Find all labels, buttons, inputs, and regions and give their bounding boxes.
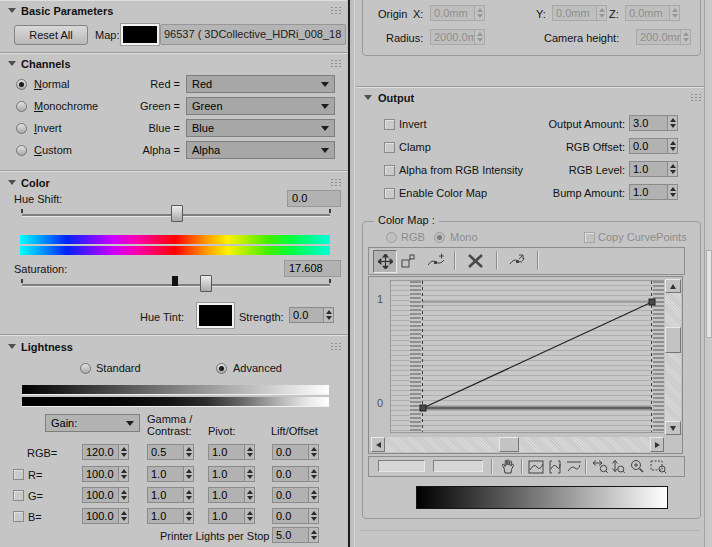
rgb-offset-value[interactable]: 0.0 [629,138,667,154]
g-gain-value[interactable]: 100.0 [82,487,118,503]
b-gamma-value[interactable]: 1.0 [147,508,183,524]
spinner-arrows-icon[interactable] [680,29,691,45]
b-row-checkbox[interactable] [13,511,24,522]
green-map-dropdown[interactable]: Green [186,97,335,115]
rgb-gain-value[interactable]: 120.0 [82,444,118,460]
window-scrollbar[interactable] [704,0,712,547]
radio-monochrome-label[interactable]: Monochrome [34,100,98,113]
add-point-icon[interactable] [424,250,448,271]
radio-custom-label[interactable]: Custom [34,144,72,157]
spinner-arrows-icon[interactable] [118,444,129,460]
panel-divider[interactable] [347,0,356,547]
radio-advanced-label[interactable]: Advanced [233,362,282,375]
pan-hand-icon[interactable] [499,458,517,475]
rollout-collapse-icon[interactable] [8,8,16,13]
spinner-arrows-icon[interactable] [323,307,334,323]
spinner-arrows-icon[interactable] [118,466,129,482]
g-row-checkbox[interactable] [13,490,24,501]
zoom-horizontal-icon[interactable] [590,458,609,475]
spinner-arrows-icon[interactable] [667,138,678,154]
rollout-collapse-icon[interactable] [8,180,16,185]
zoom-value-extents-icon[interactable] [565,458,583,475]
radio-invert-label[interactable]: Invert [34,122,62,135]
spinner-arrows-icon[interactable] [667,184,678,200]
scroll-up-button[interactable] [665,279,681,293]
rollout-title[interactable]: Basic Parameters [21,5,113,18]
spinner-arrows-icon[interactable] [308,487,319,503]
r-pivot-value[interactable]: 1.0 [208,466,244,482]
radio-advanced[interactable] [216,363,227,374]
r-gamma-value[interactable]: 1.0 [147,466,183,482]
reset-curves-icon[interactable] [504,250,530,271]
rollout-collapse-icon[interactable] [364,95,372,100]
b-lift-value[interactable]: 0.0 [272,508,308,524]
curve-vertical-scrollbar[interactable] [665,279,681,435]
rgb-pivot-value[interactable]: 1.0 [208,444,244,460]
scale-point-icon[interactable] [397,250,419,271]
radio-invert[interactable] [16,123,27,134]
gain-dropdown[interactable]: Gain: [45,414,140,432]
r-row-checkbox[interactable] [13,469,24,480]
radio-normal[interactable] [16,79,27,90]
spinner-arrows-icon[interactable] [244,466,255,482]
curve-y-field[interactable] [433,460,483,472]
strength-value[interactable]: 0.0 [289,307,323,323]
curve-horizontal-scrollbar[interactable] [371,437,664,452]
rgb-level-value[interactable]: 1.0 [629,161,667,177]
bump-amount-value[interactable]: 1.0 [629,184,667,200]
printer-lights-value[interactable]: 5.0 [272,527,308,543]
g-pivot-value[interactable]: 1.0 [208,487,244,503]
spinner-arrows-icon[interactable] [118,508,129,524]
r-gain-value[interactable]: 100.0 [82,466,118,482]
spinner-arrows-icon[interactable] [183,508,194,524]
zoom-icon[interactable] [628,458,646,475]
spinner-arrows-icon[interactable] [244,508,255,524]
clamp-checkbox[interactable] [384,142,395,153]
move-icon[interactable] [373,250,397,273]
rollout-collapse-icon[interactable] [8,344,16,349]
copy-curvepoints-label[interactable]: Copy CurvePoints [598,231,687,244]
rollout-collapse-icon[interactable] [8,61,16,66]
origin-x-value[interactable]: 0.0mm [430,5,474,21]
scroll-thumb[interactable] [499,437,519,452]
spinner-arrows-icon[interactable] [667,115,678,131]
spinner-arrows-icon[interactable] [596,5,607,21]
spinner-arrows-icon[interactable] [308,527,319,543]
g-lift-value[interactable]: 0.0 [272,487,308,503]
zoom-extents-icon[interactable] [527,458,545,475]
origin-y-value[interactable]: 0.0mm [552,5,596,21]
grip-icon[interactable] [330,59,342,67]
spinner-arrows-icon[interactable] [183,466,194,482]
spinner-arrows-icon[interactable] [244,444,255,460]
blue-map-dropdown[interactable]: Blue [186,119,335,137]
hue-shift-value[interactable]: 0.0 [287,190,341,207]
spinner-arrows-icon[interactable] [669,5,680,21]
alpha-from-rgb-checkbox[interactable] [384,165,395,176]
saturation-slider-handle[interactable] [200,275,212,292]
spinner-arrows-icon[interactable] [667,161,678,177]
zoom-horizontal-extents-icon[interactable] [546,458,564,475]
r-lift-value[interactable]: 0.0 [272,466,308,482]
radio-monochrome[interactable] [16,101,27,112]
saturation-value[interactable]: 17.608 [284,260,341,277]
map-color-swatch[interactable] [121,24,159,45]
zoom-vertical-icon[interactable] [610,458,626,475]
spinner-arrows-icon[interactable] [474,29,485,45]
spinner-arrows-icon[interactable] [183,444,194,460]
radius-value[interactable]: 2000.0mm [430,29,474,45]
radio-custom[interactable] [16,145,27,156]
alpha-map-dropdown[interactable]: Alpha [186,141,335,159]
scroll-thumb[interactable] [665,327,681,353]
rollout-title[interactable]: Channels [21,58,71,71]
red-map-dropdown[interactable]: Red [186,75,335,93]
rollout-title[interactable]: Output [378,92,414,105]
scroll-down-button[interactable] [665,421,681,435]
spinner-arrows-icon[interactable] [183,487,194,503]
curve-x-field[interactable] [378,460,425,472]
radio-normal-label[interactable]: Normal [34,78,69,91]
scroll-left-button[interactable] [371,437,385,452]
rollout-title[interactable]: Color [21,177,50,190]
copy-curvepoints-checkbox[interactable] [584,232,595,243]
radio-standard[interactable] [80,363,91,374]
zoom-region-icon[interactable] [649,458,668,475]
